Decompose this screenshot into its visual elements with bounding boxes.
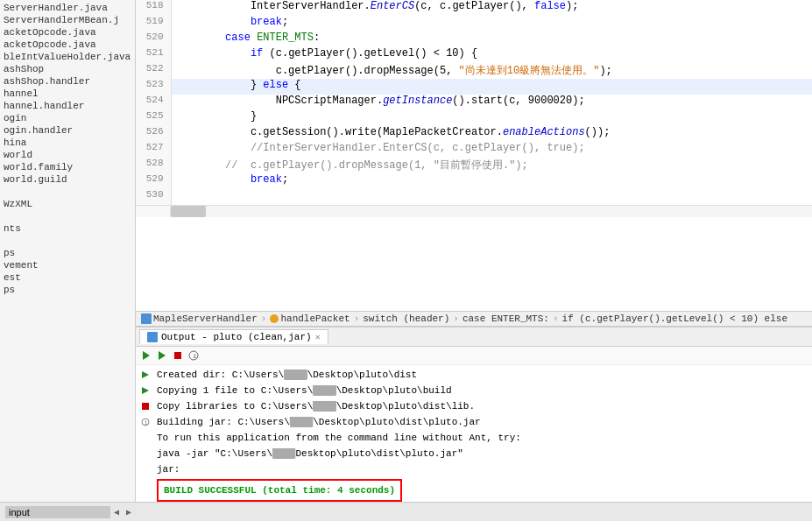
code-table: 518 InterServerHandler.EnterCS(c, c.getP… (136, 0, 812, 205)
line-number: 521 (136, 47, 171, 63)
line-number: 524 (136, 95, 171, 110)
svg-text:i: i (193, 352, 197, 360)
stop-icon (139, 400, 152, 412)
sidebar-item-7[interactable]: hannel (0, 88, 135, 100)
output-text: jar: (157, 461, 180, 477)
scroll-left-icon[interactable]: ◀ (110, 507, 123, 517)
line-number: 526 (136, 126, 171, 142)
output-tab[interactable]: Output - pluto (clean,jar) ✕ (139, 329, 328, 344)
scroll-right-icon[interactable]: ▶ (123, 507, 135, 517)
breadcrumb-item-4[interactable]: if (c.getPlayer().getLevel() < 10) else (562, 313, 787, 324)
table-row: 522 c.getPlayer().dropMessage(5, "尚未達到10… (136, 63, 812, 79)
blank-icon (139, 432, 152, 444)
svg-rect-2 (174, 352, 181, 359)
list-item: BUILD SUCCESSFUL (total time: 4 seconds) (139, 477, 808, 502)
sidebar-item-22[interactable]: est (0, 271, 135, 284)
sidebar-item-19 (0, 235, 135, 247)
output-content[interactable]: Created dir: C:\Users\████\Desktop\pluto… (136, 365, 812, 502)
svg-marker-6 (142, 387, 149, 394)
status-input[interactable] (5, 506, 110, 518)
sidebar-item-12[interactable]: world (0, 149, 135, 161)
sidebar-item-2[interactable]: acketOpcode.java (0, 26, 135, 39)
svg-marker-5 (142, 371, 149, 378)
code-line: } (171, 110, 812, 126)
svg-marker-1 (159, 351, 166, 360)
code-container: 518 InterServerHandler.EnterCS(c, c.getP… (136, 0, 812, 502)
output-text: Building jar: C:\Users\████\Desktop\plut… (157, 414, 481, 430)
build-success-message: BUILD SUCCESSFUL (total time: 4 seconds) (157, 479, 402, 502)
sidebar-item-9[interactable]: ogin (0, 112, 135, 124)
table-row: 530 (136, 189, 812, 205)
blank-icon-3 (139, 463, 152, 475)
svg-marker-0 (143, 351, 150, 360)
status-bar: ◀ ▶ (0, 502, 812, 521)
sidebar-item-13[interactable]: world.family (0, 161, 135, 173)
table-row: 529 break; (136, 173, 812, 189)
run-btn-2[interactable] (155, 349, 169, 363)
line-number: 527 (136, 142, 171, 158)
line-number: 522 (136, 63, 171, 79)
list-item: Created dir: C:\Users\████\Desktop\pluto… (139, 367, 808, 383)
table-row: 524 NPCScriptManager.getInstance().start… (136, 95, 812, 110)
run-icon-2 (139, 384, 152, 397)
sidebar-item-11[interactable]: hina (0, 137, 135, 149)
breadcrumb-item-0[interactable]: MapleServerHandler (153, 313, 258, 324)
blank-icon-2 (139, 447, 152, 460)
code-line: case ENTER_MTS: (171, 32, 812, 47)
output-panel: Output - pluto (clean,jar) ✕ (136, 327, 812, 502)
sidebar-item-18[interactable]: nts (0, 222, 135, 235)
code-line: break; (171, 16, 812, 32)
list-item: i Building jar: C:\Users\████\Desktop\pl… (139, 414, 808, 430)
sidebar-item-14[interactable]: world.guild (0, 173, 135, 186)
table-row: 527 //InterServerHandler.EnterCS(c, c.ge… (136, 142, 812, 158)
breadcrumb-item-3[interactable]: case ENTER_MTS: (462, 313, 549, 324)
sidebar-item-23[interactable]: ps (0, 284, 135, 296)
list-item: java -jar "C:\Users\████Desktop\pluto\di… (139, 446, 808, 461)
line-number: 530 (136, 189, 171, 205)
info-icon: i (139, 416, 152, 428)
sidebar-item-16[interactable]: WzXML (0, 198, 135, 210)
table-row: 519 break; (136, 16, 812, 32)
code-line: if (c.getPlayer().getLevel() < 10) { (171, 47, 812, 63)
code-line: c.getSession().write(MaplePacketCreator.… (171, 126, 812, 142)
main-area: ServerHandler.java ServerHandlerMBean.j … (0, 0, 812, 502)
table-row: 521 if (c.getPlayer().getLevel() < 10) { (136, 47, 812, 63)
line-number: 529 (136, 173, 171, 189)
output-tab-close[interactable]: ✕ (315, 332, 321, 342)
breadcrumb-item-2[interactable]: switch (header) (363, 313, 449, 324)
sidebar-item-3[interactable]: acketOpcode.java (0, 39, 135, 51)
output-text: To run this application from the command… (157, 430, 521, 446)
sidebar-item-8[interactable]: hannel.handler (0, 100, 135, 112)
code-line: break; (171, 173, 812, 189)
sidebar-item-21[interactable]: vement (0, 259, 135, 271)
list-item: To run this application from the command… (139, 430, 808, 446)
line-number: 525 (136, 110, 171, 126)
stop-btn[interactable] (171, 349, 185, 363)
sidebar-item-17 (0, 210, 135, 222)
sidebar-item-4[interactable]: bleIntValueHolder.java (0, 51, 135, 63)
table-row: 528 // c.getPlayer().dropMessage(1, "目前暫… (136, 158, 812, 173)
code-line: // c.getPlayer().dropMessage(1, "目前暫停使用.… (171, 158, 812, 173)
svg-rect-7 (142, 403, 149, 410)
code-line (171, 189, 812, 205)
line-number: 520 (136, 32, 171, 47)
sidebar-item-6[interactable]: ashShop.handler (0, 75, 135, 88)
sidebar-item-20[interactable]: ps (0, 247, 135, 259)
code-line: } else { (171, 79, 812, 95)
table-row: 523 } else { (136, 79, 812, 95)
breadcrumb-item-1[interactable]: handlePacket (280, 313, 350, 324)
sidebar-item-10[interactable]: ogin.handler (0, 124, 135, 137)
table-row: 526 c.getSession().write(MaplePacketCrea… (136, 126, 812, 142)
sidebar-item-5[interactable]: ashShop (0, 63, 135, 75)
sidebar-item-0[interactable]: ServerHandler.java (0, 2, 135, 14)
run-btn[interactable] (139, 349, 153, 363)
info-btn[interactable]: i (187, 349, 201, 363)
sidebar-item-1[interactable]: ServerHandlerMBean.j (0, 14, 135, 26)
output-toolbar: i (136, 347, 812, 365)
sidebar: ServerHandler.java ServerHandlerMBean.j … (0, 0, 136, 502)
list-item: jar: (139, 461, 808, 477)
code-line: c.getPlayer().dropMessage(5, "尚未達到10級將無法… (171, 63, 812, 79)
breadcrumb: MapleServerHandler › handlePacket › swit… (136, 311, 812, 327)
table-row: 525 } (136, 110, 812, 126)
code-editor[interactable]: 518 InterServerHandler.EnterCS(c, c.getP… (136, 0, 812, 311)
